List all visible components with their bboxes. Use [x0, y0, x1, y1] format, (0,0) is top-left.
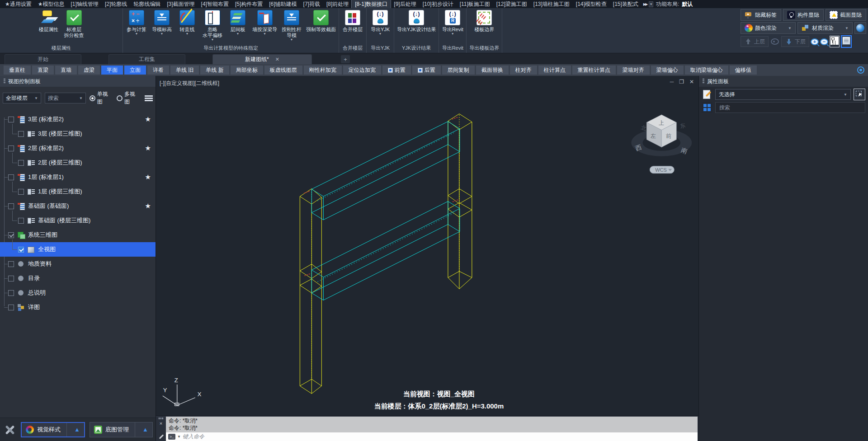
- tree-row[interactable]: 基础面 (楼层三维图) ★: [0, 213, 156, 228]
- tools-icon[interactable]: [3, 423, 16, 436]
- menu-item[interactable]: [5]构件布置: [232, 0, 266, 9]
- ribbon-button[interactable]: 导模标高 ▼: [150, 9, 174, 35]
- ribbon-button[interactable]: 合并楼层 ▼: [341, 9, 364, 33]
- favorite-star-icon[interactable]: ★: [145, 173, 151, 181]
- menu-item[interactable]: [8]前处理: [323, 0, 352, 9]
- tree-row[interactable]: 1层 (标准层1) ★: [0, 170, 156, 184]
- property-search-input[interactable]: [715, 102, 865, 113]
- layout-value-dropdown[interactable]: 默认: [682, 0, 868, 8]
- render-mode-button[interactable]: 颜色渲染 ▼: [741, 22, 796, 34]
- chevron-down-icon[interactable]: ▼: [177, 435, 181, 439]
- toolbar-button[interactable]: 后置: [412, 66, 441, 75]
- menu-item[interactable]: [9]后处理: [391, 0, 419, 9]
- structure-tree-button[interactable]: [830, 36, 840, 47]
- toolbar-button[interactable]: 直墙: [55, 66, 77, 75]
- ribbon-button[interactable]: 导出Revit ▼: [441, 9, 464, 35]
- tree-checkbox[interactable]: [8, 261, 14, 267]
- tree-row[interactable]: 详图 ★: [0, 300, 156, 314]
- wrench-icon[interactable]: [158, 434, 164, 439]
- ribbon-button[interactable]: 导出YJK设计结果 ▼: [396, 9, 437, 33]
- base-map-button[interactable]: 底图管理 ▲: [90, 422, 153, 437]
- tree-row[interactable]: 2层 (标准层2) ★: [0, 141, 156, 155]
- lower-floor-button[interactable]: 下层: [781, 36, 809, 47]
- arrow-up-icon[interactable]: ▲: [70, 426, 84, 433]
- menu-item[interactable]: [8-1]数据接口: [352, 0, 391, 9]
- menu-item[interactable]: ★模型信息: [35, 0, 68, 9]
- display-toggle-button[interactable]: 隐藏标签: [741, 9, 781, 21]
- render-mode-button[interactable]: 材质渲染 ▼: [797, 22, 853, 34]
- tree-checkbox[interactable]: [8, 203, 14, 209]
- menu-item[interactable]: [3]截面管理: [164, 0, 198, 9]
- cube-ring-north[interactable]: 北: [641, 124, 647, 131]
- ribbon-button[interactable]: 标准层 拆分检查 ▼: [62, 9, 86, 38]
- tree-row[interactable]: 总说明 ★: [0, 286, 156, 300]
- toolbar-button[interactable]: 层间复制: [442, 66, 475, 75]
- close-icon[interactable]: ✕: [689, 79, 694, 85]
- document-tab[interactable]: 工程集 ✕: [108, 54, 185, 64]
- view-cube[interactable]: 北 东 西 南 上 左 前 WCS: [631, 115, 692, 174]
- tree-checkbox[interactable]: [18, 247, 24, 253]
- tree-row[interactable]: 全视图 ★: [0, 242, 156, 257]
- toolbar-settings-gear-icon[interactable]: [857, 66, 864, 74]
- menu-item[interactable]: [10]初步设计: [420, 0, 457, 9]
- drag-handle-icon[interactable]: [703, 79, 704, 84]
- toolbar-button[interactable]: 平面: [101, 66, 123, 75]
- tree-checkbox[interactable]: [8, 174, 14, 180]
- selection-dropdown[interactable]: 无选择 ▼: [715, 89, 851, 100]
- toolbar-button[interactable]: 局部坐标: [231, 66, 263, 75]
- favorite-star-icon[interactable]: ★: [145, 202, 151, 210]
- close-icon[interactable]: ✕: [275, 56, 279, 62]
- restore-icon[interactable]: ❐: [679, 79, 684, 85]
- tree-row[interactable]: 1层 (楼层三维图) ★: [0, 184, 156, 199]
- properties-panel-header[interactable]: 属性面板: [699, 76, 868, 87]
- tree-checkbox[interactable]: [18, 160, 24, 166]
- menu-item[interactable]: [15]装配式: [610, 0, 642, 9]
- tree-row[interactable]: 目录 ★: [0, 271, 156, 286]
- ribbon-button[interactable]: 忽略 水平偏移 ▼: [201, 9, 224, 41]
- command-input[interactable]: >_ ▼ 键入命令: [166, 432, 698, 441]
- menu-item[interactable]: [13]墙柱施工图: [530, 0, 573, 9]
- menu-item[interactable]: [1]轴线管理: [68, 0, 102, 9]
- drag-handle-icon[interactable]: [159, 418, 163, 419]
- single-view-radio[interactable]: 单视图: [90, 90, 113, 106]
- toolbar-button[interactable]: 柱对齐: [510, 66, 537, 75]
- toolbar-button[interactable]: 垂直柱: [4, 66, 31, 75]
- tree-checkbox[interactable]: [8, 305, 14, 310]
- ribbon-button[interactable]: 导出YJK ▼: [368, 9, 392, 35]
- toolbar-button[interactable]: 单线 旧: [170, 66, 199, 75]
- arrow-up-icon[interactable]: ▲: [138, 426, 152, 433]
- tree-row[interactable]: 3层 (楼层三维图) ★: [0, 127, 156, 141]
- gear-icon[interactable]: [771, 38, 779, 45]
- toolbar-button[interactable]: 梁墙对齐: [617, 66, 650, 75]
- ribbon-button[interactable]: 强制等效截面 ▼: [305, 9, 337, 33]
- toolbar-button[interactable]: 刚性杆加宽: [304, 66, 342, 75]
- edit-properties-icon[interactable]: [702, 89, 712, 100]
- toolbar-button[interactable]: 定位边加宽: [343, 66, 381, 75]
- cube-face-left[interactable]: 左: [650, 133, 656, 139]
- toolbar-button[interactable]: 详看: [147, 66, 169, 75]
- zoom-out-icon[interactable]: −: [820, 38, 828, 45]
- view-search-combobox[interactable]: 搜索 ▼: [45, 93, 86, 103]
- ribbon-button[interactable]: 楼层属性 ▼: [37, 9, 61, 33]
- upper-floor-button[interactable]: 上层: [741, 36, 769, 47]
- new-tab-button[interactable]: +: [341, 55, 350, 63]
- close-icon[interactable]: ×: [160, 421, 162, 426]
- ribbon-button[interactable]: 转直线 ▼: [175, 9, 199, 35]
- multi-view-radio[interactable]: 多视图: [117, 90, 140, 106]
- tree-checkbox[interactable]: [8, 290, 14, 296]
- toolbar-button[interactable]: 前置: [382, 66, 411, 75]
- ribbon-button[interactable]: 墙按深梁导 ▼: [251, 9, 278, 35]
- tree-row[interactable]: 2层 (楼层三维图) ★: [0, 155, 156, 170]
- view-menu-icon[interactable]: [145, 95, 153, 101]
- menu-item[interactable]: [7]荷载: [300, 0, 323, 9]
- view-control-panel-header[interactable]: 视图控制面板: [0, 76, 156, 87]
- visual-style-button[interactable]: 视觉样式 ▲: [21, 422, 85, 437]
- ribbon-button[interactable]: 按刚性杆 导模 ▼: [280, 9, 303, 41]
- toolbar-button[interactable]: 偏移值: [730, 66, 757, 75]
- tree-checkbox[interactable]: [18, 218, 24, 224]
- ribbon-button[interactable]: 参与计算 ▼: [125, 9, 148, 35]
- menu-collapse-button[interactable]: ▼: [649, 1, 653, 7]
- menu-item[interactable]: [12]梁施工图: [493, 0, 530, 9]
- tree-row[interactable]: 3层 (标准层2) ★: [0, 112, 156, 127]
- toolbar-button[interactable]: 柱计算点: [538, 66, 571, 75]
